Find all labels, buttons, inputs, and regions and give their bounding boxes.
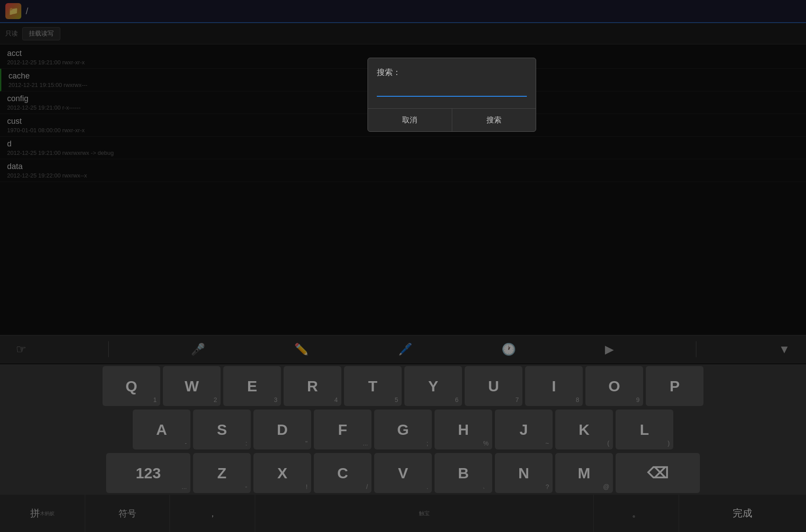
search-dialog-label: 搜索： — [377, 67, 527, 78]
cancel-button[interactable]: 取消 — [368, 109, 452, 131]
search-input[interactable] — [377, 83, 527, 97]
search-button[interactable]: 搜索 — [452, 109, 536, 131]
dialog-buttons: 取消 搜索 — [368, 108, 536, 131]
search-dialog: 搜索： 取消 搜索 — [367, 58, 536, 132]
